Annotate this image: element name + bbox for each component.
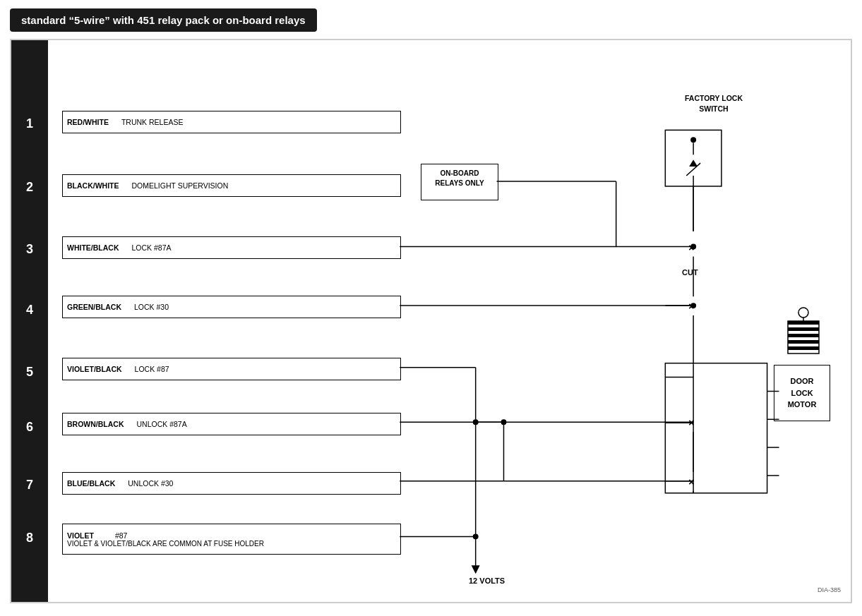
svg-marker-37 (472, 565, 480, 574)
wire-box-5: VIOLET/BLACK LOCK #87 (62, 358, 401, 380)
onboard-relays-box: ON-BOARDRELAYS ONLY (421, 164, 498, 200)
svg-rect-3 (788, 334, 819, 337)
row-num-7: 7 (11, 478, 48, 493)
row-num-4: 4 (11, 303, 48, 318)
wire-box-4: GREEN/BLACK LOCK #30 (62, 296, 401, 318)
svg-point-54 (690, 303, 696, 308)
svg-rect-4 (788, 340, 819, 344)
cut-label-1: CUT (682, 268, 698, 277)
wire-box-2: BLACK/WHITE DOMELIGHT SUPERVISION (62, 174, 401, 197)
svg-text:×: × (688, 242, 694, 253)
svg-rect-21 (665, 363, 767, 493)
dia-label: DIA-385 (818, 586, 841, 593)
wire-box-3: WHITE/BLACK LOCK #87A (62, 236, 401, 259)
row-num-2: 2 (11, 180, 48, 195)
diagram-area: 1 2 3 4 5 6 7 8 RED/WHITE TRUNK RELEASE … (10, 39, 852, 603)
svg-text:×: × (688, 301, 694, 312)
row-num-6: 6 (11, 420, 48, 435)
svg-point-0 (798, 308, 808, 318)
svg-rect-5 (788, 346, 819, 350)
svg-line-16 (686, 163, 700, 176)
svg-text:×: × (688, 417, 694, 428)
svg-rect-11 (665, 130, 722, 186)
wire-box-6: BROWN/BLACK UNLOCK #87A (62, 413, 401, 435)
wire-box-1: RED/WHITE TRUNK RELEASE (62, 111, 401, 133)
row-num-5: 5 (11, 365, 48, 380)
header-title: standard “5-wire” with 451 relay pack or… (21, 14, 306, 26)
svg-point-12 (690, 137, 696, 143)
cut-label-2: CUT (682, 434, 698, 442)
wire-box-7: BLUE/BLACK UNLOCK #30 (62, 472, 401, 495)
svg-marker-15 (689, 159, 698, 167)
motor-coil-symbol (782, 307, 825, 365)
row-num-3: 3 (11, 242, 48, 257)
svg-point-32 (501, 419, 507, 425)
svg-text:×: × (688, 476, 694, 488)
factory-lock-switch-label: FACTORY LOCKSWITCH (675, 93, 753, 114)
svg-point-25 (473, 419, 479, 425)
volts-label: 12 VOLTS (469, 576, 505, 585)
header-bar: standard “5-wire” with 451 relay pack or… (10, 8, 317, 32)
row-num-1: 1 (11, 116, 48, 131)
svg-rect-2 (788, 327, 819, 331)
door-lock-motor-box: DOORLOCKMOTOR (774, 365, 830, 421)
svg-point-35 (473, 533, 479, 539)
wire-box-8: VIOLET #87 VIOLET & VIOLET/BLACK ARE COM… (62, 524, 401, 555)
svg-point-53 (690, 244, 696, 250)
row-num-8: 8 (11, 531, 48, 545)
